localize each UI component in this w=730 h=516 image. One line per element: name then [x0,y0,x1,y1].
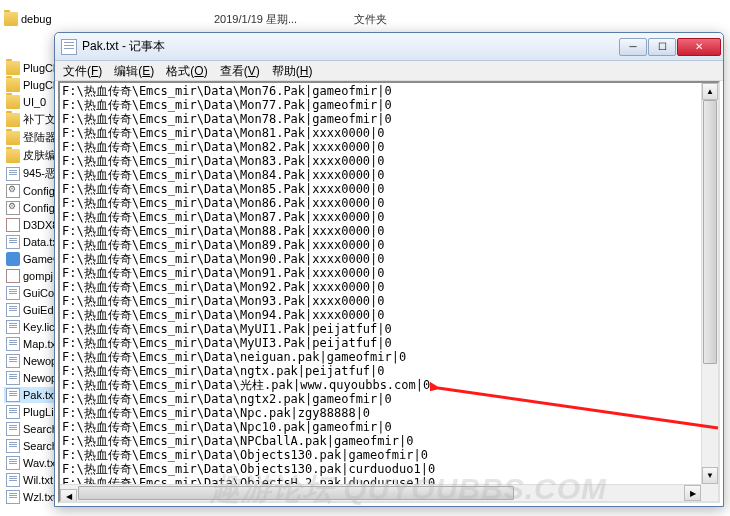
close-button[interactable]: ✕ [677,38,721,56]
menu-f[interactable]: 文件(F) [57,61,108,80]
file-name: 皮肤编 [23,148,56,163]
scroll-down-button[interactable]: ▼ [702,467,718,484]
txt-icon [6,422,20,436]
ini-icon [6,201,20,215]
txt-icon [6,337,20,351]
file-name: GuiCor [23,287,58,299]
txt-icon [6,473,20,487]
txt-icon [6,320,20,334]
text-content[interactable]: F:\热血传奇\Emcs_mir\Data\Mon76.Pak|gameofmi… [60,83,718,501]
file-name: Config. [23,202,58,214]
folder-icon [6,95,20,109]
txt-icon [6,388,20,402]
txt-icon [6,167,20,181]
txt-icon [6,371,20,385]
menu-o[interactable]: 格式(O) [160,61,213,80]
txt-icon [6,405,20,419]
bg-file-row[interactable]: debug 2019/1/19 星期... 文件夹 [4,10,726,28]
file-name: 补丁文 [23,112,56,127]
txt-icon [6,286,20,300]
menubar: 文件(F)编辑(E)格式(O)查看(V)帮助(H) [55,61,723,81]
file-name: Newop [23,355,57,367]
titlebar[interactable]: Pak.txt - 记事本 ─ ☐ ✕ [55,33,723,61]
folder-icon [6,113,20,127]
file-name: Data.tx [23,236,58,248]
txt-icon [6,303,20,317]
folder-icon [6,149,20,163]
dll-icon [6,218,20,232]
scroll-right-button[interactable]: ▶ [684,485,701,501]
file-name: Config. [23,185,58,197]
file-name: Search [23,423,58,435]
file-name: PlugCli [23,62,58,74]
minimize-button[interactable]: ─ [619,38,647,56]
txt-icon [6,439,20,453]
txt-icon [6,456,20,470]
ini-icon [6,184,20,198]
vertical-scrollbar[interactable]: ▲ ▼ [701,83,718,484]
folder-icon [6,131,20,145]
file-name: Wil.txt [23,474,53,486]
folder-icon [6,61,20,75]
window-title: Pak.txt - 记事本 [82,38,619,55]
scroll-left-button[interactable]: ◀ [60,489,77,504]
dll-icon [6,269,20,283]
maximize-button[interactable]: ☐ [648,38,676,56]
file-name: Search [23,440,58,452]
text-area-wrap: F:\热血传奇\Emcs_mir\Data\Mon76.Pak|gameofmi… [58,81,720,503]
scroll-corner [701,484,718,501]
file-name: 登陆器 [23,130,56,145]
notepad-window: Pak.txt - 记事本 ─ ☐ ✕ 文件(F)编辑(E)格式(O)查看(V)… [54,32,724,507]
file-name: Map.tx [23,338,56,350]
vscroll-thumb[interactable] [703,100,717,364]
horizontal-scrollbar[interactable]: ◀ ▶ [60,484,701,501]
exe-icon [6,252,20,266]
folder-icon [4,12,18,26]
menu-v[interactable]: 查看(V) [214,61,266,80]
hscroll-thumb[interactable] [78,486,514,500]
bg-file-type: 文件夹 [354,12,387,27]
folder-icon [6,78,20,92]
file-name: Pak.txt [23,389,57,401]
bg-file-date: 2019/1/19 星期... [214,12,354,27]
file-name: PlugCli [23,79,58,91]
file-name: Newop [23,372,57,384]
txt-icon [6,235,20,249]
scroll-up-button[interactable]: ▲ [702,83,718,100]
txt-icon [6,354,20,368]
menu-h[interactable]: 帮助(H) [266,61,319,80]
bg-file-name: debug [21,13,52,25]
file-name: gompj [23,270,53,282]
file-name: UI_0 [23,96,46,108]
notepad-icon [61,39,77,55]
file-name: 945-恶 [23,166,56,181]
menu-e[interactable]: 编辑(E) [108,61,160,80]
file-name: Key.lic [23,321,55,333]
